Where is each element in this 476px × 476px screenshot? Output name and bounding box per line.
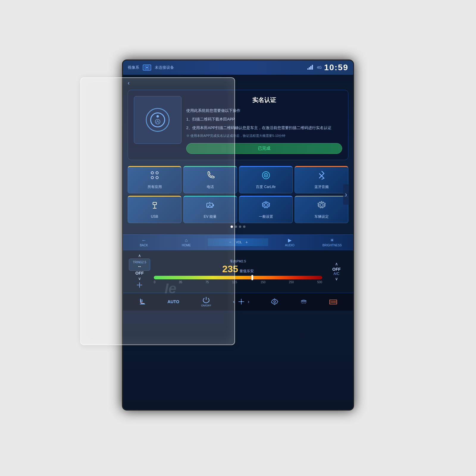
home-button[interactable]: ⌂ HOME bbox=[165, 237, 207, 248]
app-grid-wrapper: 所有应用 电话 bbox=[128, 166, 348, 223]
svg-rect-18 bbox=[153, 202, 156, 205]
dialog-step2: 2、使用本田APP扫描二维码确认您是车主，在激活前您需要扫描二维码进行实名认证 bbox=[186, 125, 342, 131]
pm25-marker bbox=[251, 275, 253, 280]
app-tile-phone[interactable]: 电话 bbox=[183, 166, 237, 193]
onoff-label: ON/OFF bbox=[201, 304, 211, 307]
climate-section: ∧ TRING2.5 -- OFF ∨ 车内PM2.5 235 量值乐安 bbox=[123, 250, 353, 293]
ev-icon bbox=[206, 200, 215, 212]
status-right: 4G 10:59 bbox=[307, 63, 348, 72]
bottom-nav-bar: ← BACK ⌂ HOME － VOL + ▶ AUDIO ☀ BRIGHTNE bbox=[123, 234, 353, 250]
device-icon bbox=[143, 65, 151, 71]
auto-label: AUTO bbox=[167, 299, 179, 304]
svg-point-27 bbox=[264, 203, 267, 206]
nav-dots bbox=[128, 226, 348, 228]
app-tile-settings[interactable]: 一般设置 bbox=[239, 196, 293, 223]
seat-heat-icon bbox=[139, 298, 146, 305]
left-off-label: OFF bbox=[135, 271, 144, 275]
climate-left: ∧ TRING2.5 -- OFF ∨ bbox=[128, 253, 151, 290]
volume-control[interactable]: － VOL + bbox=[208, 238, 269, 246]
settings-label: 一般设置 bbox=[259, 214, 273, 219]
left-temp-up[interactable]: ∧ bbox=[136, 253, 143, 259]
app-tile-usb[interactable]: USB bbox=[128, 196, 181, 223]
nav-dot-1[interactable] bbox=[231, 226, 233, 228]
svg-point-9 bbox=[151, 172, 154, 174]
back-button[interactable]: ← BACK bbox=[123, 237, 165, 248]
nav-dot-2[interactable] bbox=[235, 226, 237, 228]
svg-point-31 bbox=[240, 301, 242, 303]
pm25-value: 235 bbox=[222, 264, 238, 274]
nav-dot-4[interactable] bbox=[243, 226, 245, 228]
auto-button[interactable]: AUTO bbox=[167, 299, 179, 304]
status-left-label: 视像系 bbox=[128, 65, 139, 70]
dialog-note: ※ 使用本田APP完成实名认证成功后，验证流程需大概需要5-10分钟 bbox=[186, 133, 342, 138]
svg-rect-2 bbox=[307, 68, 309, 70]
right-ac-label: A/C bbox=[333, 272, 339, 276]
gear-icon bbox=[271, 298, 278, 305]
power-icon bbox=[203, 296, 210, 303]
brightness-label: BRIGHTNESS bbox=[322, 244, 342, 247]
svg-rect-1 bbox=[146, 67, 148, 68]
fan-next-icon[interactable]: › bbox=[248, 299, 249, 304]
scale-0: 0 bbox=[154, 281, 156, 284]
nav-dot-3[interactable] bbox=[239, 226, 241, 228]
dialog-title: 实名认证 bbox=[186, 96, 342, 104]
svg-point-10 bbox=[156, 172, 158, 174]
home-label: HOME bbox=[182, 244, 191, 247]
svg-line-7 bbox=[156, 120, 158, 123]
defrost-button[interactable] bbox=[329, 298, 337, 305]
defrost-icon bbox=[329, 298, 337, 305]
vol-label: VOL bbox=[236, 241, 242, 244]
app-tile-bluetooth[interactable]: 蓝牙音频 bbox=[295, 166, 348, 193]
bottom-controls-row: AUTO ON/OFF ‹ › bbox=[123, 293, 353, 311]
scale-115: 115 bbox=[232, 281, 237, 284]
vehicle-settings-label: 车辆设定 bbox=[314, 214, 329, 219]
right-off-label: OFF bbox=[332, 267, 341, 272]
ac-mode-button[interactable] bbox=[300, 298, 307, 305]
app-tile-ev[interactable]: EV 能量 bbox=[183, 196, 237, 223]
back-chevron[interactable]: ‹ bbox=[128, 79, 130, 86]
app-tile-vehicle-settings[interactable]: 车辆设定 bbox=[295, 196, 348, 223]
vol-plus[interactable]: + bbox=[245, 240, 248, 245]
svg-line-16 bbox=[319, 173, 322, 176]
signal-icon bbox=[307, 65, 314, 71]
svg-point-15 bbox=[265, 175, 267, 176]
more-apps-chevron[interactable]: › bbox=[343, 184, 349, 205]
onoff-button[interactable]: ON/OFF bbox=[201, 296, 211, 307]
dialog-text-section: 实名认证 使用此系统前您需要做以下操作 1、扫描二维码下载本田APP 2、使用本… bbox=[186, 96, 342, 154]
car-infotainment-screen: 视像系 未连接设备 4G 10:59 ‹ bbox=[122, 60, 354, 411]
right-temp-controls: ∧ bbox=[333, 261, 340, 267]
home-icon: ⌂ bbox=[185, 238, 188, 243]
svg-point-12 bbox=[156, 176, 158, 179]
ev-label: EV 能量 bbox=[204, 214, 217, 219]
left-temp-display: TRING2.5 -- bbox=[129, 259, 150, 271]
qr-section bbox=[134, 96, 181, 144]
pm25-display: 车内PM2.5 235 量值乐安 bbox=[222, 259, 254, 275]
app-tile-carlife[interactable]: 百度 CarLife bbox=[239, 166, 293, 193]
status-bar: 视像系 未连接设备 4G 10:59 bbox=[123, 60, 353, 75]
qr-code bbox=[146, 108, 170, 132]
completed-button[interactable]: 已完成 bbox=[186, 143, 342, 154]
brightness-button[interactable]: ☀ BRIGHTNESS bbox=[311, 236, 353, 248]
seat-heat-button[interactable] bbox=[139, 298, 146, 305]
main-content: ‹ bbox=[123, 75, 353, 234]
fan-speed-control[interactable]: ‹ › bbox=[233, 298, 249, 306]
fan-icon bbox=[237, 298, 245, 306]
left-fan-icon bbox=[136, 281, 143, 290]
fan-prev-icon[interactable]: ‹ bbox=[233, 299, 234, 304]
right-temp-down[interactable]: ∨ bbox=[333, 276, 340, 282]
phone-icon bbox=[206, 170, 215, 182]
pm25-scale: 0 35 75 115 150 250 500 bbox=[154, 281, 322, 284]
usb-icon bbox=[151, 201, 159, 212]
vol-minus[interactable]: － bbox=[228, 239, 232, 245]
svg-point-23 bbox=[208, 206, 209, 207]
usb-label: USB bbox=[151, 214, 158, 219]
app-grid-row2: USB EV 能量 bbox=[128, 196, 348, 223]
bluetooth-icon bbox=[317, 170, 326, 182]
app-tile-all-apps[interactable]: 所有应用 bbox=[128, 166, 181, 193]
right-temp-up[interactable]: ∧ bbox=[333, 261, 340, 267]
svg-rect-4 bbox=[310, 66, 311, 70]
settings-button[interactable] bbox=[271, 298, 278, 305]
audio-button[interactable]: ▶ AUDIO bbox=[269, 236, 311, 248]
left-temp-down[interactable]: ∨ bbox=[136, 275, 143, 281]
audio-icon: ▶ bbox=[288, 237, 292, 243]
